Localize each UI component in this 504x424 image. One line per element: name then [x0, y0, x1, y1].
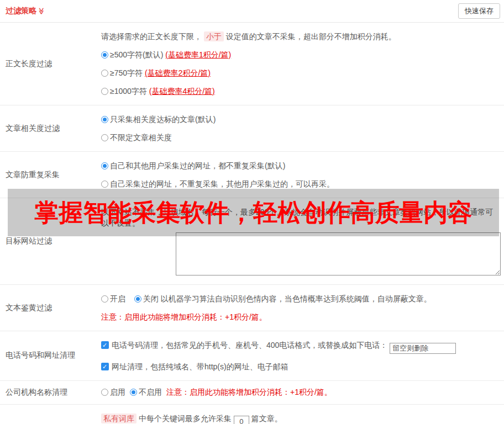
- porn-filter-options: 开启 关闭 以机器学习算法自动识别色情内容，当色情概率达到系统阈值，自动屏蔽文章…: [101, 293, 500, 304]
- body-length-option-750[interactable]: ≥750字符 (基础费率2积分/篇): [101, 67, 500, 78]
- porn-filter-on-option[interactable]: 开启: [101, 294, 125, 303]
- relevance-option-unlimited[interactable]: 不限定文章相关度: [101, 132, 500, 143]
- company-clean-note: 注意：启用此功能将增加积分消耗：+1积分/篇。: [166, 388, 332, 398]
- dedup-option-self-only[interactable]: 自己采集过的网址，不重复采集，其他用户采集过的，可以再采。: [101, 178, 500, 189]
- row-label-company-clean: 公司机构名称清理: [0, 381, 101, 404]
- private-thesaurus-badge: 私有词库: [101, 414, 136, 423]
- option-label: 自己采集过的网址，不重复采集，其他用户采集过的，可以再采。: [110, 179, 334, 188]
- checkbox-checked-icon[interactable]: [101, 341, 109, 349]
- keyword-limit-text: 中每个关键词最多允许采集: [139, 414, 232, 423]
- radio-icon[interactable]: [101, 295, 108, 303]
- url-clean-option: 网址清理，包括纯域名、带http(s)的网址、电子邮箱: [101, 361, 500, 372]
- radio-icon[interactable]: [101, 116, 108, 123]
- watermark-banner: 掌握智能采集软件，轻松创作高质量内容: [8, 189, 499, 236]
- keyword-count-input[interactable]: [234, 416, 249, 424]
- option-label: 开启: [110, 294, 125, 303]
- row-label-phone-url-clean: 电话号码和网址清理: [0, 331, 101, 380]
- row-content-relevance: 只采集相关度达标的文章(默认) 不限定文章相关度: [101, 105, 504, 151]
- porn-filter-description: 以机器学习算法自动识别色情内容，当色情概率达到系统阈值，自动屏蔽文章。: [161, 294, 432, 303]
- dedup-option-all-users[interactable]: 自己和其他用户采集过的网址，都不重复采集(默认): [101, 160, 500, 171]
- section-title-filter-strategy[interactable]: 过滤策略≫: [6, 6, 45, 16]
- row-label-porn-filter: 文本鉴黄过滤: [0, 285, 101, 331]
- row-label-keyword-dedup: 关键词防重复采集: [0, 405, 101, 424]
- intro-before: 请选择需求的正文长度下限，: [101, 32, 202, 41]
- row-relevance-filter: 文章相关度过滤 只采集相关度达标的文章(默认) 不限定文章相关度: [0, 105, 504, 152]
- radio-icon[interactable]: [130, 389, 137, 396]
- radio-icon[interactable]: [101, 162, 108, 169]
- radio-icon[interactable]: [101, 70, 108, 77]
- radio-icon[interactable]: [101, 51, 108, 59]
- watermark-text: 掌握智能采集软件，轻松创作高质量内容: [35, 197, 473, 229]
- section-title-label: 过滤策略: [6, 6, 36, 15]
- intro-after: 设定值的文章不采集，超出部分不增加积分消耗。: [226, 32, 396, 41]
- keyword-limit-line: 私有词库 中每个关键词最多允许采集 篇文章。: [101, 413, 500, 424]
- radio-icon[interactable]: [101, 181, 108, 188]
- replacement-phone-input[interactable]: [390, 343, 456, 354]
- row-content-phone-url-clean: 电话号码清理，包括常见的手机号、座机号、400电话格式，或替换成如下电话： 网址…: [101, 331, 504, 380]
- relevance-option-strict[interactable]: 只采集相关度达标的文章(默认): [101, 114, 500, 125]
- option-label: 不启用: [139, 388, 162, 396]
- body-length-option-500[interactable]: ≥500字符(默认) (基础费率1积分/篇): [101, 49, 500, 60]
- company-clean-enable-option[interactable]: 启用: [101, 388, 125, 398]
- less-than-badge: 小于: [204, 31, 224, 41]
- option-cost: (基础费率1积分/篇): [165, 50, 231, 59]
- option-cost: (基础费率2积分/篇): [145, 68, 211, 77]
- option-label: 启用: [110, 388, 125, 396]
- radio-icon[interactable]: [101, 389, 108, 396]
- quick-save-button[interactable]: 快速保存: [458, 3, 500, 19]
- row-body-length-filter: 正文长度过滤 请选择需求的正文长度下限， 小于 设定值的文章不采集，超出部分不增…: [0, 23, 504, 105]
- chevron-down-icon: ≫: [38, 8, 45, 15]
- row-content-porn-filter: 开启 关闭 以机器学习算法自动识别色情内容，当色情概率达到系统阈值，自动屏蔽文章…: [101, 285, 504, 331]
- keyword-limit-text-end: 篇文章。: [251, 414, 282, 423]
- row-content-keyword-dedup: 私有词库 中每个关键词最多允许采集 篇文章。 如果留空或设为0，则不限篇数。 如…: [101, 405, 504, 424]
- url-clean-label: 网址清理，包括纯域名、带http(s)的网址、电子邮箱: [112, 362, 288, 371]
- row-label-body-length: 正文长度过滤: [0, 23, 101, 105]
- page-header: 过滤策略≫ 快速保存: [0, 0, 504, 23]
- option-label: 不限定文章相关度: [110, 133, 172, 142]
- body-length-option-1000[interactable]: ≥1000字符 (基础费率4积分/篇): [101, 86, 500, 97]
- option-label: ≥500字符(默认): [110, 50, 163, 59]
- option-label: ≥750字符: [110, 68, 143, 77]
- radio-icon[interactable]: [134, 295, 141, 303]
- option-label: ≥1000字符: [110, 87, 147, 96]
- company-clean-disable-option[interactable]: 不启用: [130, 388, 162, 398]
- checkbox-checked-icon[interactable]: [101, 363, 109, 370]
- phone-clean-option: 电话号码清理，包括常见的手机号、座机号、400电话格式，或替换成如下电话：: [101, 340, 500, 354]
- row-label-relevance: 文章相关度过滤: [0, 105, 101, 151]
- phone-clean-label: 电话号码清理，包括常见的手机号、座机号、400电话格式，或替换成如下电话：: [112, 341, 387, 349]
- porn-filter-off-option[interactable]: 关闭: [134, 294, 159, 303]
- option-label: 自己和其他用户采集过的网址，都不重复采集(默认): [110, 161, 285, 170]
- radio-icon[interactable]: [101, 88, 108, 95]
- row-phone-url-clean: 电话号码和网址清理 电话号码清理，包括常见的手机号、座机号、400电话格式，或替…: [0, 331, 504, 381]
- radio-icon[interactable]: [101, 134, 108, 141]
- option-cost: (基础费率4积分/篇): [149, 87, 215, 96]
- option-label: 关闭: [143, 294, 159, 303]
- body-length-intro: 请选择需求的正文长度下限， 小于 设定值的文章不采集，超出部分不增加积分消耗。: [101, 31, 500, 42]
- blocked-sites-textarea[interactable]: [176, 232, 501, 275]
- porn-filter-note: 注意：启用此功能将增加积分消耗：+1积分/篇。: [101, 311, 500, 322]
- row-content-body-length: 请选择需求的正文长度下限， 小于 设定值的文章不采集，超出部分不增加积分消耗。 …: [101, 23, 504, 105]
- option-label: 只采集相关度达标的文章(默认): [110, 115, 216, 124]
- row-porn-filter: 文本鉴黄过滤 开启 关闭 以机器学习算法自动识别色情内容，当色情概率达到系统阈值…: [0, 285, 504, 331]
- row-company-clean: 公司机构名称清理 启用 不启用 注意：启用此功能将增加积分消耗：+1积分/篇。: [0, 381, 504, 405]
- row-keyword-dedup: 关键词防重复采集 私有词库 中每个关键词最多允许采集 篇文章。 如果留空或设为0…: [0, 405, 504, 424]
- row-content-company-clean: 启用 不启用 注意：启用此功能将增加积分消耗：+1积分/篇。: [101, 381, 504, 404]
